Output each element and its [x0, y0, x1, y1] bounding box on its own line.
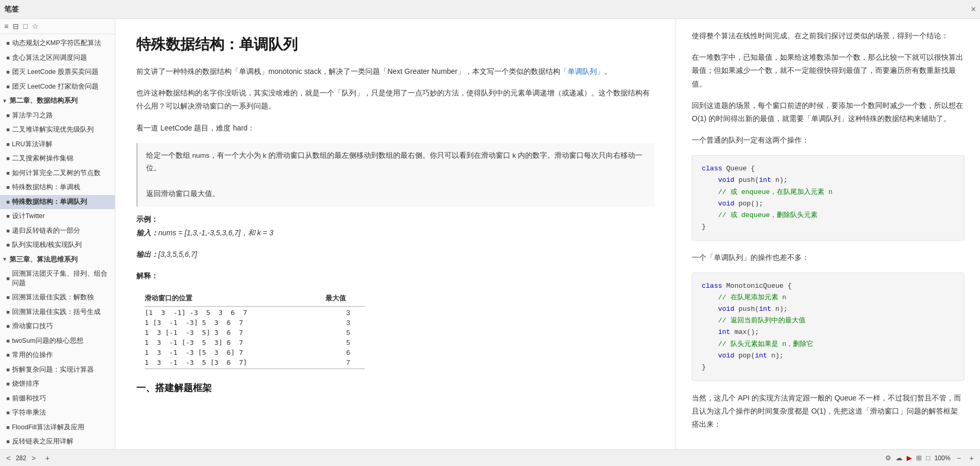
sidebar-item-reverse-list[interactable]: ■ 递归反转链表的一部分 — [0, 224, 115, 239]
sidebar-item-string-mult[interactable]: ■ 字符串乘法 — [0, 406, 115, 420]
bullet-icon: ■ — [6, 155, 10, 162]
main-container: ≡ ⊟ □ ☆ ■ 动态规划之KMP字符匹配算法 ■ 贪心算法之区间调度问题 ■… — [0, 19, 980, 449]
sidebar-item-floodfill[interactable]: ■ FloodFill算法详解及应用 — [0, 420, 115, 435]
sidebar-item-label: 队列实现栈/栈实现队列 — [12, 241, 111, 250]
close-button[interactable]: × — [971, 5, 976, 14]
sidebar-item-prefix-sum[interactable]: ■ 前缀和技巧 — [0, 392, 115, 406]
bullet-icon: ■ — [6, 183, 10, 191]
row6-window: 1 3 -1 -3 5 [3 6 7] — [145, 359, 312, 366]
right-para1: 使得整个算法在线性时间完成。在之前我们探讨过类似的场景，得到一个结论： — [692, 29, 964, 42]
sidebar-item-label: twoSum问题的核心思想 — [12, 337, 111, 346]
bullet-icon: ■ — [6, 83, 10, 91]
chapter-label: 第二章、数据结构系列 — [9, 96, 111, 106]
bullet-icon: ■ — [6, 366, 10, 374]
cloud-icon[interactable]: ☁ — [896, 454, 902, 462]
bullet-icon: ■ — [6, 198, 10, 206]
table-row: 1 3 -1 [-3 5 3] 6 7 5 — [136, 338, 655, 348]
bullet-icon: ■ — [6, 308, 10, 316]
top-bar-left: 笔签 — [4, 5, 19, 14]
sidebar-item-backtrack-subset[interactable]: ■ 回溯算法团灭子集、排列、组合问题 — [0, 267, 115, 290]
play-icon[interactable]: ▶ — [907, 454, 912, 462]
row4-window: 1 3 -1 [-3 5 3] 6 7 — [145, 339, 312, 346]
sidebar-item-label: 团灭 LeetCode 打家劫舍问题 — [12, 82, 111, 92]
grid-icon[interactable]: ⊞ — [916, 454, 922, 462]
sidebar-item-heap[interactable]: ■ 二叉堆详解实现优先级队列 — [0, 123, 115, 137]
sidebar-item-complete-bt[interactable]: ■ 如何计算完全二叉树的节点数 — [0, 166, 115, 181]
prev-button[interactable]: < — [4, 453, 13, 463]
sidebar-item-backtrack-bracket[interactable]: ■ 回溯算法最佳实践：括号生成 — [0, 305, 115, 320]
sidebar-item-label: 回溯算法最佳实践：解数独 — [12, 293, 111, 302]
sidebar-item-stock[interactable]: ■ 团灭 LeetCode 股票买卖问题 — [0, 65, 115, 80]
sidebar-item-label: 团灭 LeetCode 股票买卖问题 — [12, 68, 111, 77]
sidebar-collapse-icon[interactable]: ⊟ — [13, 22, 19, 30]
sidebar-item-pancake[interactable]: ■ 烧饼排序 — [0, 377, 115, 392]
sidebar-item-monotonic-queue[interactable]: ■ 特殊数据结构：单调队列 — [0, 195, 115, 210]
sidebar-item-label: 贪心算法之区间调度问题 — [12, 53, 111, 63]
sidebar-items-list: ■ 动态规划之KMP字符匹配算法 ■ 贪心算法之区间调度问题 ■ 团灭 Leet… — [0, 34, 115, 449]
row5-window: 1 3 -1 -3 [5 3 6] 7 — [145, 349, 312, 356]
add-page-button[interactable]: + — [43, 453, 51, 463]
window-icon[interactable]: □ — [926, 454, 930, 462]
right-para5: 一个「单调队列」的操作也差不多： — [692, 251, 964, 264]
output-line: 输出：[3,3,5,5,6,7] — [136, 248, 655, 261]
sidebar-bookmark-icon[interactable]: ☆ — [32, 22, 39, 30]
bullet-icon: ■ — [6, 337, 10, 345]
sidebar-item-greedy[interactable]: ■ 贪心算法之区间调度问题 — [0, 51, 115, 66]
sidebar-item-label: 常用的位操作 — [12, 351, 111, 360]
table-row: 1 3 -1 -3 [5 3 6] 7 6 — [136, 348, 655, 357]
sidebar-chapter-2[interactable]: 第二章、数据结构系列 — [0, 94, 115, 109]
sidebar-item-lru[interactable]: ■ LRU算法详解 — [0, 137, 115, 152]
bullet-icon: ■ — [6, 322, 10, 330]
sidebar-menu-icon[interactable]: ≡ — [4, 22, 8, 30]
bullet-icon: ■ — [6, 68, 10, 76]
input-line: 输入：nums = [1,3,-1,-3,5,3,6,7]，和 k = 3 — [136, 226, 655, 240]
quote-box: 给定一个数组 nums，有一个大小为 k 的滑动窗口从数组的最左侧移动到数组的最… — [136, 143, 655, 207]
sidebar-item-label: 特殊数据结构：单调栈 — [12, 183, 111, 192]
sidebar-item-label: 拆解复杂问题：实现计算器 — [12, 365, 111, 375]
settings-icon[interactable]: ⚙ — [885, 454, 891, 462]
right-panel: 使得整个算法在线性时间完成。在之前我们探讨过类似的场景，得到一个结论： 在一堆数… — [676, 19, 980, 449]
sidebar-toolbar: ≡ ⊟ □ ☆ — [0, 19, 115, 34]
sidebar-item-sliding-window[interactable]: ■ 滑动窗口技巧 — [0, 319, 115, 334]
sidebar-item-twitter[interactable]: ■ 设计Twitter — [0, 209, 115, 224]
table-divider-bottom — [145, 369, 365, 369]
sidebar-item-twosum[interactable]: ■ twoSum问题的核心思想 — [0, 334, 115, 349]
row3-max: 5 — [312, 329, 354, 337]
row3-window: 1 3 [-1 -3 5] 3 6 7 — [145, 329, 312, 337]
row5-max: 6 — [312, 349, 354, 356]
sidebar-item-calculator[interactable]: ■ 拆解复杂问题：实现计算器 — [0, 363, 115, 377]
sidebar-item-monotonic-stack[interactable]: ■ 特殊数据结构：单调栈 — [0, 180, 115, 195]
sidebar-item-algo-road[interactable]: ■ 算法学习之路 — [0, 109, 115, 123]
right-para6: 当然，这几个 API 的实现方法肯定跟一般的 Queue 不一样，不过我们暂且不… — [692, 392, 964, 431]
right-para2: 在一堆数字中，已知最值，如果给这堆数添加一个数，那么比较一下就可以很快算出最值；… — [692, 51, 964, 91]
sidebar-item-reverse-app[interactable]: ■ 反转链表之应用详解 — [0, 435, 115, 449]
sidebar-item-label: 如何计算完全二叉树的节点数 — [12, 169, 111, 178]
col1-header: 滑动窗口的位置 — [136, 294, 304, 303]
sidebar-item-kmp[interactable]: ■ 动态规划之KMP字符匹配算法 — [0, 36, 115, 51]
sidebar-item-bst[interactable]: ■ 二叉搜索树操作集锦 — [0, 151, 115, 166]
zoom-minus-button[interactable]: − — [955, 453, 963, 463]
zoom-plus-button[interactable]: + — [967, 453, 976, 463]
code-block-1: class Queue { void push(int n); // 或 enq… — [692, 155, 964, 241]
table-row: 1 [3 -1 -3] 5 3 6 7 3 — [136, 318, 655, 328]
sidebar-item-label: 回溯算法团灭子集、排列、组合问题 — [12, 269, 111, 288]
bullet-icon: ■ — [6, 169, 10, 177]
bullet-icon: ■ — [6, 227, 10, 235]
bullet-icon: ■ — [6, 140, 10, 148]
sidebar-chapter-3[interactable]: 第三章、算法思维系列 — [0, 253, 115, 267]
right-para4: 一个普通的队列一定有这两个操作： — [692, 134, 964, 147]
bottom-bar: < 282 > + ⚙ ☁ ▶ ⊞ □ 100% − + — [0, 449, 980, 466]
sidebar-item-label: 烧饼排序 — [12, 380, 111, 389]
code-block-2: class MonotonicQueue { // 在队尾添加元素 n void… — [692, 273, 964, 381]
sidebar-item-backtrack-sudoku[interactable]: ■ 回溯算法最佳实践：解数独 — [0, 290, 115, 305]
bullet-icon: ■ — [6, 294, 10, 301]
sidebar-expand-icon[interactable]: □ — [23, 22, 27, 30]
sidebar-item-label: 二叉搜索树操作集锦 — [12, 154, 111, 164]
chapter-label: 第三章、算法思维系列 — [9, 255, 111, 265]
bottom-left: < 282 > + — [4, 453, 52, 463]
row6-max: 7 — [312, 359, 354, 366]
sidebar-item-queue-stack[interactable]: ■ 队列实现栈/栈实现队列 — [0, 238, 115, 253]
next-button[interactable]: > — [29, 453, 38, 463]
sidebar-item-bit-ops[interactable]: ■ 常用的位操作 — [0, 348, 115, 363]
sidebar-item-rob[interactable]: ■ 团灭 LeetCode 打家劫舍问题 — [0, 80, 115, 94]
